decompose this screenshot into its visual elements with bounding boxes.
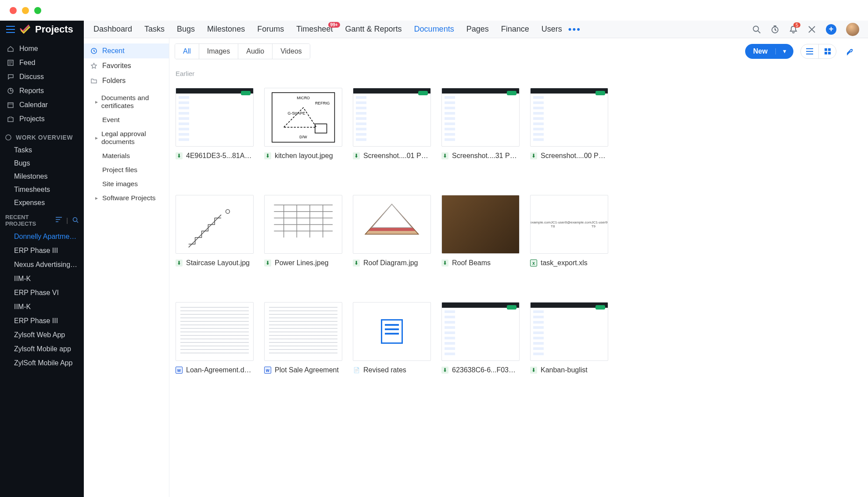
- file-name: Power Lines.jpeg: [275, 259, 329, 267]
- doc-tab-videos[interactable]: Videos: [273, 44, 310, 59]
- sidebar-item-calendar[interactable]: Calendar: [0, 98, 84, 112]
- add-button[interactable]: +: [826, 24, 836, 35]
- file-card[interactable]: 📄Revised rates: [353, 302, 431, 374]
- new-button[interactable]: New ▼: [745, 44, 793, 59]
- file-card[interactable]: wLoan-Agreement.docx: [176, 302, 254, 374]
- tab-documents[interactable]: Documents: [413, 25, 455, 34]
- file-card[interactable]: ⬇Screenshot....00 PM.png: [530, 88, 608, 160]
- recent-project-item[interactable]: ERP Phase III: [0, 244, 84, 258]
- file-card[interactable]: ⬇Staircase Layout.jpg: [176, 195, 254, 267]
- grid-view-icon[interactable]: [818, 44, 836, 58]
- file-card[interactable]: ⬇Roof Diagram.jpg: [353, 195, 431, 267]
- sidebar-item-bugs[interactable]: Bugs: [0, 157, 84, 170]
- search-icon[interactable]: [752, 25, 761, 34]
- recent-search-icon[interactable]: [72, 217, 79, 224]
- tab-milestones[interactable]: Milestones: [206, 25, 246, 34]
- tab-bugs[interactable]: Bugs: [176, 25, 196, 34]
- calendar-icon: [7, 101, 14, 108]
- recent-project-item[interactable]: Zylsoft Mobile app: [0, 342, 84, 356]
- file-name: Roof Beams: [452, 259, 491, 267]
- recent-project-item[interactable]: Zylsoft Web App: [0, 328, 84, 342]
- settings-icon[interactable]: [843, 47, 857, 56]
- sidebar-item-timesheets[interactable]: Timesheets: [0, 183, 84, 196]
- tab-forums[interactable]: Forums: [256, 25, 285, 34]
- feed-icon: [7, 59, 14, 66]
- folder-tree-item[interactable]: ▸Legal approval documents: [84, 127, 169, 149]
- tab-timesheet[interactable]: Timesheet99+: [295, 25, 334, 34]
- svg-point-18: [226, 209, 230, 213]
- tab-gantt-reports[interactable]: Gantt & Reports: [344, 25, 403, 34]
- folder-icon: [90, 77, 98, 84]
- sidebar-item-discuss[interactable]: Discuss: [0, 70, 84, 84]
- work-overview-header: WORK OVERVIEW: [0, 130, 84, 144]
- file-card[interactable]: ⬇623638C6-6...F03F46.PNG: [441, 302, 520, 374]
- tab-pages[interactable]: Pages: [466, 25, 490, 34]
- folder-filter-folders[interactable]: Folders: [84, 73, 169, 88]
- file-card[interactable]: ⬇Kanban-buglist: [530, 302, 608, 374]
- folder-filter-favorites[interactable]: Favorites: [84, 58, 169, 73]
- tab-dashboard[interactable]: Dashboard: [93, 25, 133, 34]
- doc-tab-audio[interactable]: Audio: [238, 44, 273, 59]
- sidebar-item-tasks[interactable]: Tasks: [0, 144, 84, 157]
- recent-project-item[interactable]: Donnelly Apartments C: [0, 230, 84, 244]
- file-card[interactable]: ⬇Screenshot....01 PM.png: [353, 88, 431, 160]
- view-toggle: [800, 44, 836, 59]
- image-file-icon: ⬇: [441, 367, 448, 374]
- file-card[interactable]: Task IdTaskJC1-T1user1@example.comJC1-T2…: [530, 195, 608, 267]
- tab-finance[interactable]: Finance: [500, 25, 530, 34]
- clock-icon: [90, 47, 98, 54]
- sidebar-item-label: Home: [19, 45, 38, 53]
- window-close-icon[interactable]: [10, 7, 17, 14]
- file-card[interactable]: ⬇Screenshot....31 PM.png: [441, 88, 520, 160]
- file-card[interactable]: ⬇Power Lines.jpeg: [264, 195, 342, 267]
- projects-icon: [7, 115, 14, 122]
- menu-icon[interactable]: [6, 26, 15, 33]
- folder-filter-recent[interactable]: Recent: [84, 43, 169, 58]
- folder-tree-item[interactable]: Event: [84, 113, 169, 127]
- folder-tree-item[interactable]: ▸Software Projects: [84, 191, 169, 205]
- tab-badge: 99+: [328, 22, 340, 28]
- tab-users[interactable]: Users: [541, 25, 563, 34]
- folder-tree-item[interactable]: Site images: [84, 177, 169, 191]
- recent-project-item[interactable]: ERP Phase III: [0, 314, 84, 328]
- caret-icon: ▸: [95, 135, 99, 141]
- file-name: Staircase Layout.jpg: [186, 259, 250, 267]
- sidebar-item-feed[interactable]: Feed: [0, 56, 84, 70]
- file-card[interactable]: MICROREFRIGG-SHAPED/W⬇kitchen layout.jpe…: [264, 88, 342, 160]
- sidebar-item-expenses[interactable]: Expenses: [0, 196, 84, 209]
- doc-tab-images[interactable]: Images: [199, 44, 238, 59]
- file-card[interactable]: ⬇Roof Beams: [441, 195, 520, 267]
- avatar[interactable]: [846, 23, 859, 36]
- doc-tab-all[interactable]: All: [175, 44, 199, 59]
- caret-icon: ▸: [95, 195, 100, 201]
- image-file-icon: ⬇: [264, 259, 271, 267]
- timer-icon[interactable]: [771, 25, 779, 34]
- sidebar-item-home[interactable]: Home: [0, 42, 84, 56]
- bell-icon[interactable]: 5: [789, 25, 798, 34]
- sidebar-item-reports[interactable]: Reports: [0, 84, 84, 98]
- list-view-icon[interactable]: [801, 44, 818, 58]
- svg-text:G-SHAPE: G-SHAPE: [287, 111, 305, 115]
- file-card[interactable]: ⬇4E961DE3-5...81AF60.png: [176, 88, 254, 160]
- tools-icon[interactable]: [807, 25, 816, 34]
- tab-tasks[interactable]: Tasks: [143, 25, 165, 34]
- folder-tree-item[interactable]: Materials: [84, 149, 169, 163]
- recent-project-item[interactable]: Nexus Advertising Agen: [0, 258, 84, 272]
- file-name: Screenshot....31 PM.png: [452, 152, 518, 160]
- folder-tree-item[interactable]: Project files: [84, 163, 169, 177]
- recent-project-item[interactable]: ZylSoft Mobile App: [0, 356, 84, 370]
- file-card[interactable]: wPlot Sale Agreement: [264, 302, 342, 374]
- doc-file-icon: w: [264, 367, 271, 374]
- folder-tree-item[interactable]: ▸Documents and certificates: [84, 91, 169, 113]
- window-maximize-icon[interactable]: [34, 7, 41, 14]
- window-minimize-icon[interactable]: [22, 7, 29, 14]
- more-tabs-icon[interactable]: •••: [566, 24, 584, 35]
- recent-project-item[interactable]: ERP Phase VI: [0, 286, 84, 300]
- recent-sort-icon[interactable]: [56, 217, 62, 224]
- sidebar-item-milestones[interactable]: Milestones: [0, 170, 84, 183]
- svg-rect-10: [825, 52, 827, 54]
- sidebar-item-projects[interactable]: Projects: [0, 112, 84, 126]
- recent-project-item[interactable]: IIM-K: [0, 272, 84, 286]
- recent-project-item[interactable]: IIM-K: [0, 300, 84, 314]
- new-caret-icon[interactable]: ▼: [775, 48, 793, 54]
